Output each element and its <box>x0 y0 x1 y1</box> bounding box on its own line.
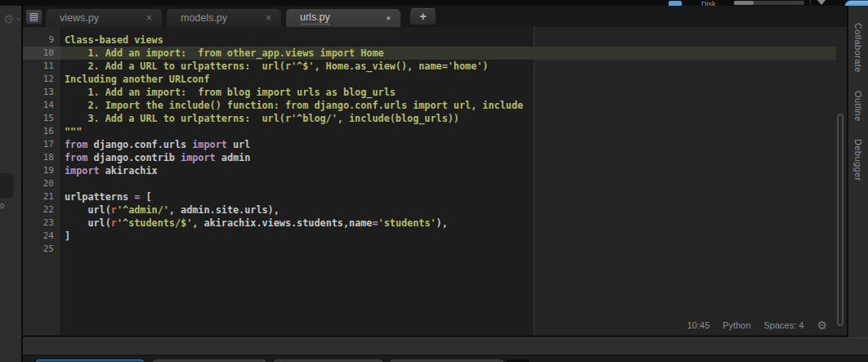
code-segment: urlpatterns <box>65 191 134 203</box>
line-number: 10 <box>23 47 61 60</box>
line-number: 14 <box>23 99 61 112</box>
code-line-15: 3. Add a URL to urlpatterns: url(r'^blog… <box>65 112 847 125</box>
gear-dropdown-arrow-icon[interactable]: ▾ <box>17 16 20 23</box>
dock-button-collaborate[interactable]: Collaborate <box>853 23 863 73</box>
code-segment: 2. Add a URL to urlpatterns: url(r'^$', … <box>65 60 488 72</box>
line-number: 9 <box>23 34 61 47</box>
indentation-setting[interactable]: Spaces: 4 <box>764 320 804 330</box>
console-collapsed-bar[interactable] <box>23 337 868 355</box>
line-number: 12 <box>23 73 61 86</box>
console-tab-strip <box>23 356 868 362</box>
code-segment: Including another URLconf <box>65 74 210 85</box>
code-segment: , admin.site.urls), <box>169 204 280 216</box>
code-segment: 1. Add an import: from blog import urls … <box>65 87 396 98</box>
dock-button-debugger[interactable]: Debugger <box>853 139 863 181</box>
line-numbers: 910111213141516171819202122232425 <box>23 34 61 256</box>
code-segment: ), <box>436 217 448 229</box>
code-content: Class-based views 1. Add an import: from… <box>65 34 847 256</box>
editor-tab-bar: ▤ views.py×models.py×urls.py● + <box>23 6 847 27</box>
line-number: 17 <box>23 138 61 151</box>
code-segment: Class-based views <box>65 34 163 46</box>
close-icon[interactable]: × <box>266 12 271 24</box>
code-segment: 'students' <box>378 217 436 229</box>
line-number: 18 <box>23 151 61 164</box>
tab-views.py[interactable]: views.py× <box>45 8 163 27</box>
code-segment: from <box>65 139 87 150</box>
code-line-13: 1. Add an import: from blog import urls … <box>65 86 847 99</box>
code-segment: 2. Import the include() function: from d… <box>65 100 523 111</box>
cloud9-ide-window: Disk ⚙ ▾ 0 ▤ views.py×models.py×urls.py●… <box>0 0 868 362</box>
language-mode[interactable]: Python <box>723 320 750 330</box>
code-line-24: ] <box>65 230 847 243</box>
left-dock-rail: ⚙ ▾ 0 <box>0 6 23 362</box>
code-line-19: import akirachix <box>65 164 847 177</box>
tab-urls.py[interactable]: urls.py● <box>285 8 401 27</box>
code-line-16: """ <box>65 125 847 138</box>
workspace-gear-icon[interactable]: ⚙ <box>3 12 14 27</box>
dock-button-outline[interactable]: Outline <box>853 91 863 122</box>
code-segment: 1. Add an import: from other_app.views i… <box>65 47 384 59</box>
open-files-menu-icon[interactable]: ▤ <box>25 9 43 25</box>
line-number: 16 <box>23 125 61 138</box>
code-segment: r <box>111 217 117 229</box>
code-segment: [ <box>140 191 151 203</box>
tab-strip: views.py×models.py×urls.py● <box>45 8 405 27</box>
cursor-position[interactable]: 10:45 <box>687 320 710 330</box>
tab-models.py[interactable]: models.py× <box>166 8 282 27</box>
code-line-10: 1. Add an import: from other_app.views i… <box>65 47 847 60</box>
code-segment: r <box>111 204 117 216</box>
code-segment: '^students/$' <box>117 217 192 229</box>
editor-scrollbar[interactable] <box>837 114 843 326</box>
code-segment: url( <box>65 204 111 216</box>
share-button[interactable] <box>844 0 868 6</box>
line-number: 19 <box>23 164 61 177</box>
rail-clipped-text: 0 <box>0 202 4 210</box>
code-line-9: Class-based views <box>65 34 847 47</box>
code-editor[interactable]: 910111213141516171819202122232425 Class-… <box>23 27 847 335</box>
code-segment: , akirachix.views.students,name <box>192 217 372 229</box>
close-icon[interactable]: × <box>146 12 152 24</box>
line-number: 23 <box>23 217 61 230</box>
editor-status-bar: 10:45 Python Spaces: 4 ⚙ <box>687 320 827 330</box>
top-menubar: Disk <box>0 0 868 6</box>
code-segment: '^admin/' <box>117 204 169 216</box>
tab-label: models.py <box>181 12 227 25</box>
code-line-12: Including another URLconf <box>65 73 847 86</box>
code-line-11: 2. Add a URL to urlpatterns: url(r'^$', … <box>65 60 847 73</box>
tab-label: views.py <box>60 12 99 25</box>
line-number: 22 <box>23 203 61 217</box>
line-number: 13 <box>23 86 61 99</box>
code-segment: import <box>181 152 216 163</box>
code-line-21: urlpatterns = [ <box>65 190 847 203</box>
tab-label: urls.py <box>300 11 330 25</box>
disk-usage-meter <box>734 1 804 5</box>
collapsed-panel-button[interactable] <box>0 173 14 198</box>
editor-settings-gear-icon[interactable]: ⚙ <box>817 320 827 330</box>
unsaved-dot-icon[interactable]: ● <box>387 14 391 22</box>
code-line-23: url(r'^students/$', akirachix.views.stud… <box>65 217 847 230</box>
code-line-14: 2. Import the include() function: from d… <box>65 99 847 112</box>
code-segment: akirachix <box>100 165 158 177</box>
usage-icon <box>669 1 682 6</box>
line-number: 11 <box>23 60 61 73</box>
line-number: 24 <box>23 230 61 243</box>
code-line-18: from django.contrib import admin <box>65 151 847 164</box>
code-segment: from <box>65 152 87 163</box>
code-segment: ] <box>65 230 70 242</box>
line-number: 15 <box>23 112 61 125</box>
code-segment: import <box>65 165 100 177</box>
code-line-20 <box>65 177 847 190</box>
code-line-25 <box>65 243 847 256</box>
code-line-17: from django.conf.urls import url <box>65 138 847 151</box>
code-segment: = <box>372 217 378 229</box>
topbar-divider <box>810 0 811 6</box>
new-tab-button[interactable]: + <box>409 8 436 25</box>
code-segment: url <box>227 139 250 150</box>
code-segment: admin <box>216 152 251 163</box>
notification-icon[interactable] <box>817 0 825 5</box>
line-number: 21 <box>23 190 61 203</box>
code-segment: 3. Add a URL to urlpatterns: url(r'^blog… <box>65 113 459 124</box>
line-number: 25 <box>23 243 61 256</box>
code-line-22: url(r'^admin/', admin.site.urls), <box>65 203 847 217</box>
code-segment: django.conf.urls <box>87 139 192 150</box>
